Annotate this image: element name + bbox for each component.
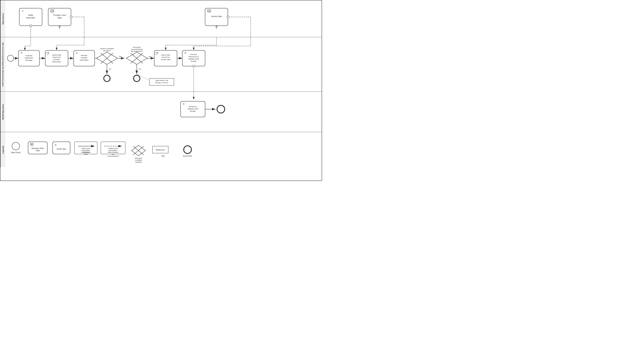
receive-validate-label3: Bundle [190,110,196,112]
await-data-label2: Results <=48 Hrs [155,82,168,84]
receive-resources-label1: Receive [190,54,197,55]
query-provider-label3: Provider [54,58,60,60]
receive-provider-label3: Information [80,59,88,61]
evaluate-label2: Notification [24,57,33,59]
legend-reference-label2: Text [161,155,165,157]
receive-provider-label1: Receive [81,54,87,56]
query-provider-label2: Source for [52,56,61,58]
legend-solid-arrow-label1: Solid Arrow [82,147,90,149]
svg-text:Actors/Systems: Actors/Systems [107,155,119,157]
legend-business-rule-label1: Business Rule [32,147,44,149]
receive-resources-label4: Bundle [191,60,196,62]
query-survey-label3: Survey Data [161,58,170,60]
notify-subscriber-label: Notify [28,14,34,16]
start-event-hdea [8,55,14,62]
legend-script-label1: Script Task [57,148,66,150]
query-provider-label4: Information [52,61,61,63]
legend-start-label: Start Event [11,152,20,154]
lane-label-datasource: Data Source [0,0,5,37]
gateway-encounter-label2: occured during [131,48,142,50]
legend-dotted-arrow-label3: Tasks between [108,151,118,153]
svg-text:Subscriber: Subscriber [26,17,35,19]
legend-dotted-arrow-label2: association: [109,149,118,151]
lane-label-hdea-text: Health Data Exchange App (HDEA) (backend… [2,42,4,86]
receive-resources-bottom-circle [193,65,195,67]
evaluate-label3: Message [25,59,32,61]
survey-data-label: Survey Data [211,15,222,18]
gateway-encounter-label1: encounter [133,46,141,48]
await-data-label1: Await Data & Lab [155,80,168,81]
end-event-encounter [134,75,140,82]
swimlane-nchs: NCHS Data Store ≋ Receive & Validate FHI… [0,92,322,132]
provider-level-data-label2: Data [58,17,62,19]
receive-resources-label2: Resources & [189,56,199,58]
lane-content-legends: Start Event Business Rule Task ≋ Script … [5,132,322,167]
lane-label-nchs: NCHS Data Store [0,92,5,132]
receive-validate-icon: ≋ [183,102,185,105]
gateway-namcs-label2: provider? [103,50,111,52]
provider-level-data-label1: Provider Level [54,14,66,16]
notify-subscriber-bottom-circle [30,24,32,27]
query-survey-label2: Source for [162,56,170,58]
legend-gateway-label1: Exclusive/ [135,157,142,159]
legend-business-rule-label2: Task [36,150,40,152]
notify-subscriber-icon: ≡ [22,10,23,12]
gateway-namcs-yes: Yes [119,56,122,58]
evaluate-icon: ≋ [20,52,22,54]
diagram-container: Data Source [0,0,322,181]
lane-content-hdea: ≋ Evaluate Notification Message ≋ Query … [5,37,322,92]
legend-gateway-label2: Condition [135,159,142,161]
gateway-namcs-no: No [109,68,111,70]
query-provider-label1: Query Data [52,54,61,56]
legend-start-circle [12,142,20,150]
legend-dotted-arrow-label1: Dotted Arrow [108,147,118,149]
svg-text:two: two [112,153,114,155]
lane-label-legends: Legends [0,132,5,167]
survey-data-right-circle [227,16,229,18]
legend-gateway-label3: Gateway [135,161,142,163]
end-event-namcs [104,75,110,82]
receive-provider-label2: Provider [81,57,88,59]
receive-validate-label2: Validate FHIR [188,108,198,110]
gateway-namcs-label1: NAMCS sampled [100,48,114,50]
legend-end-circle [184,146,192,154]
receive-provider-icon: ⊡ [76,52,77,54]
svg-datasource: ≡ Notify Subscriber Provider Level Data [5,0,322,37]
lane-content-datasource: ≡ Notify Subscriber Provider Level Data [5,0,322,37]
receive-validate-label1: Receive & [189,106,197,108]
lane-content-nchs: ≋ Receive & Validate FHIR Bundle [5,92,322,132]
legend-solid-arrow-label2: association: [82,149,90,151]
legend-script-icon: ≋ [55,144,57,146]
legend-end-label: End Event [183,155,192,157]
gateway-encounter-no: No [139,68,141,70]
swimlane-legends: Legends Start Event Business Rule Task ≋… [0,132,322,167]
gateway-encounter-label3: the timeframe? [131,50,143,52]
receive-resources-icon: ≋ [184,52,186,54]
svg-legends: Start Event Business Rule Task ≋ Script … [5,132,322,167]
svg-hdea: ≋ Evaluate Notification Message ≋ Query … [5,37,322,92]
receive-resources-label3: Validate FHIR [188,58,199,60]
lane-label-hdea: Health Data Exchange App (HDEA) (backend… [0,37,5,92]
legend-reference-label1: Reference [156,149,165,151]
gateway-encounter-yes: Yes [148,56,152,58]
query-survey-label1: Query Data [161,54,170,56]
swimlane-hdea: Health Data Exchange App (HDEA) (backend… [0,37,322,92]
evaluate-label1: Evaluate [26,54,32,56]
svg-text:Actor/System: Actor/System [81,151,91,153]
provider-data-right-circle [70,16,72,18]
svg-nchs: ≋ Receive & Validate FHIR Bundle [5,92,322,132]
swimlane-datasource: Data Source [0,0,322,37]
end-event-nchs [217,106,225,113]
svg-text:Tasks: Tasks [84,153,88,155]
